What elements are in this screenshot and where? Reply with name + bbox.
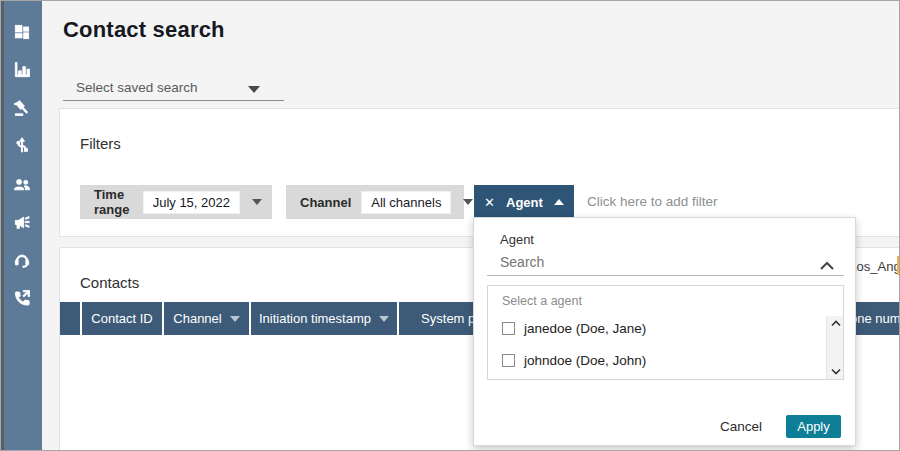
sidebar-item-rules[interactable] [3,91,41,129]
chevron-down-icon [248,86,260,93]
contact-phone-icon [12,288,32,312]
channel-label: Channel [300,195,351,210]
channel-filter-chip[interactable]: Channel All channels [286,185,464,219]
saved-search-placeholder: Select saved search [76,80,198,95]
agent-panel-title: Agent [500,232,534,247]
add-filter-placeholder[interactable]: Click here to add filter [587,194,718,209]
cancel-button[interactable]: Cancel [720,419,762,434]
agent-panel-footer: Cancel Apply [720,415,841,438]
dashboard-icon [12,22,32,46]
sidebar-item-metrics[interactable] [3,53,41,91]
chevron-down-icon[interactable] [252,199,262,205]
routing-icon [12,136,32,160]
chevron-up-icon[interactable] [820,257,834,267]
sidebar-item-users[interactable] [3,167,41,205]
time-range-filter-chip[interactable]: Time range July 15, 2022 [80,185,272,219]
sidebar-item-routing[interactable] [3,129,41,167]
sort-caret-icon[interactable] [379,316,389,322]
agent-search-placeholder: Search [500,254,544,270]
page-title: Contact search [63,17,225,43]
channel-value[interactable]: All channels [361,191,451,214]
users-icon [12,174,32,198]
contact-search-page: Contact search Select saved search Filte… [0,0,900,451]
agent-option-johndoe[interactable]: johndoe (Doe, John) [502,353,646,368]
sort-caret-icon[interactable] [230,316,240,322]
saved-search-select[interactable]: Select saved search [63,77,284,101]
sidebar-item-campaigns[interactable] [3,205,41,243]
table-header-initiation-timestamp[interactable]: Initiation timestamp [251,302,397,335]
chevron-up-icon[interactable] [554,199,564,205]
table-header-contact-id[interactable]: Contact ID [82,302,162,335]
listbox-scrollbar[interactable] [826,316,843,379]
apply-button[interactable]: Apply [786,415,841,438]
sidebar-nav [1,1,42,450]
checkbox[interactable] [502,354,515,367]
agent-filter-panel: Agent Search Select a agent janedoe (Doe… [473,217,856,446]
time-range-value[interactable]: July 15, 2022 [143,191,240,214]
contacts-heading: Contacts [80,274,139,291]
filters-chips-row: Time range July 15, 2022 Channel All cha… [60,185,899,219]
metrics-bar-chart-icon [12,60,32,84]
rules-gavel-icon [12,98,32,122]
checkbox[interactable] [502,322,515,335]
sidebar-item-contact-search[interactable] [3,281,41,319]
chevron-down-icon[interactable] [463,199,473,205]
agent-search-input[interactable]: Search [487,252,844,276]
table-header-expand [60,302,80,335]
agent-filter-chip[interactable]: ✕ Agent [474,185,574,219]
sidebar-item-dashboard[interactable] [3,15,41,53]
filters-heading: Filters [80,135,121,152]
table-header-channel[interactable]: Channel [164,302,249,335]
scroll-down-icon[interactable] [827,364,844,379]
campaigns-megaphone-icon [12,212,32,236]
agent-options-listbox: Select a agent janedoe (Doe, Jane) johnd… [487,285,844,380]
time-range-label: Time range [94,187,133,217]
scroll-up-icon[interactable] [827,316,844,331]
sidebar-item-agent-applications[interactable] [3,243,41,281]
close-icon[interactable]: ✕ [484,195,495,210]
agent-list-placeholder: Select a agent [502,294,582,308]
agent-headset-icon [12,250,32,274]
agent-option-janedoe[interactable]: janedoe (Doe, Jane) [502,321,646,336]
agent-chip-label: Agent [506,195,543,210]
